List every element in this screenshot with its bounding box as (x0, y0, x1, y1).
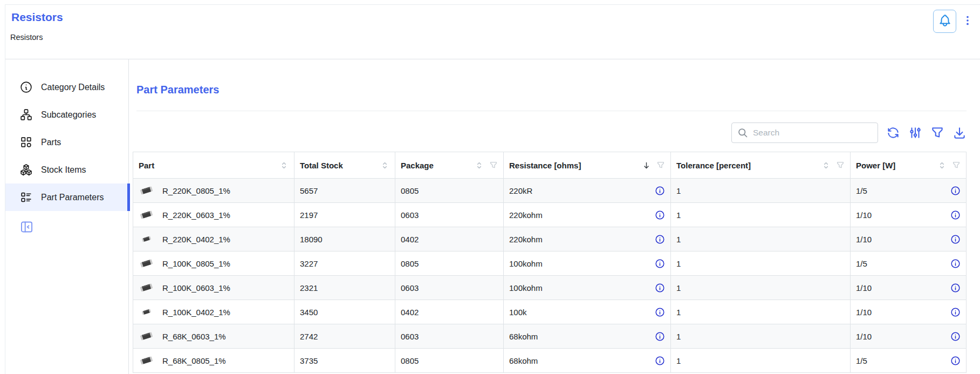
info-icon[interactable] (655, 307, 665, 317)
part-name[interactable]: R_220K_0402_1% (162, 235, 230, 244)
column-header-tolerance[interactable]: Tolerance [percent] (671, 152, 851, 179)
table-row[interactable]: R_220K_0805_1% 5657 0805 220kR 1 1/5 (133, 179, 967, 203)
column-filter-icon[interactable] (656, 161, 665, 169)
package-cell: 0603 (395, 324, 504, 349)
resistance-value: 68kohm (509, 332, 538, 341)
part-name[interactable]: R_68K_0805_1% (162, 356, 226, 365)
sort-selector-icon[interactable] (475, 161, 484, 170)
table-row[interactable]: R_68K_0805_1% 3735 0805 68kohm 1 1/5 (133, 349, 967, 373)
total-stock-cell: 5657 (294, 179, 395, 203)
table-row[interactable]: R_220K_0402_1% 18090 0402 220kohm 1 1/10 (133, 227, 967, 251)
package-cell: 0805 (395, 349, 504, 373)
search-box (731, 123, 878, 143)
table-row[interactable]: R_100K_0603_1% 2321 0603 100kohm 1 1/10 (133, 276, 967, 300)
collapse-sidebar-button[interactable] (19, 220, 34, 234)
info-icon[interactable] (655, 234, 665, 244)
info-icon[interactable] (655, 331, 665, 342)
info-icon[interactable] (950, 186, 961, 196)
sidebar-item-subcategories[interactable]: Subcategories (5, 101, 128, 128)
part-thumbnail-image (139, 258, 154, 269)
list-details-icon (19, 191, 33, 204)
breadcrumb[interactable]: Resistors (10, 33, 43, 42)
part-name[interactable]: R_100K_0603_1% (162, 283, 230, 293)
part-thumbnail-image (139, 355, 154, 366)
refresh-button[interactable] (886, 126, 900, 140)
download-icon (952, 133, 967, 141)
info-icon[interactable] (655, 356, 665, 366)
table-row[interactable]: R_220K_0603_1% 2197 0603 220kohm 1 1/10 (133, 203, 967, 227)
part-name[interactable]: R_100K_0402_1% (162, 308, 230, 317)
download-button[interactable] (952, 126, 967, 140)
table-row[interactable]: R_100K_0402_1% 3450 0402 100k 1 1/10 (133, 300, 967, 324)
column-filter-icon[interactable] (952, 161, 961, 169)
page-title: Resistors (11, 11, 63, 24)
package-cell: 0603 (395, 276, 504, 300)
part-name[interactable]: R_68K_0603_1% (162, 332, 226, 341)
part-name[interactable]: R_100K_0805_1% (162, 259, 230, 268)
column-header-package[interactable]: Package (395, 152, 504, 179)
sidebar-item-stock-items[interactable]: Stock Items (5, 156, 128, 183)
sort-selector-icon[interactable] (380, 161, 389, 170)
bell-icon (938, 13, 952, 30)
package-cell: 0402 (395, 227, 504, 251)
sidebar-item-label: Part Parameters (41, 193, 104, 202)
sidebar-item-category-details[interactable]: Category Details (5, 73, 128, 101)
sidebar-collapse-icon (19, 227, 34, 236)
power-value: 1/10 (856, 332, 872, 341)
category-grid-icon (19, 135, 33, 149)
sidebar-item-parts[interactable]: Parts (5, 128, 128, 156)
resistance-value: 220kR (509, 186, 532, 195)
tolerance-cell: 1 (671, 276, 851, 300)
info-icon[interactable] (655, 259, 665, 269)
total-stock-cell: 2321 (294, 276, 395, 300)
total-stock-cell: 2742 (294, 324, 395, 349)
info-icon[interactable] (950, 210, 961, 220)
sidebar-item-label: Category Details (41, 83, 105, 92)
column-filter-icon[interactable] (836, 161, 845, 169)
table-body: R_220K_0805_1% 5657 0805 220kR 1 1/5 (133, 179, 967, 373)
table-row[interactable]: R_100K_0805_1% 3227 0805 100kohm 1 1/5 (133, 251, 967, 276)
column-header-resistance[interactable]: Resistance [ohms] (504, 152, 671, 179)
table-row[interactable]: R_68K_0603_1% 2742 0603 68kohm 1 1/10 (133, 324, 967, 349)
tolerance-cell: 1 (671, 300, 851, 324)
info-icon[interactable] (950, 283, 961, 293)
info-icon[interactable] (950, 307, 961, 317)
total-stock-cell: 18090 (294, 227, 395, 251)
info-icon[interactable] (655, 186, 665, 196)
column-header-total-stock[interactable]: Total Stock (294, 152, 395, 179)
package-cell: 0805 (395, 251, 504, 276)
sort-selector-icon[interactable] (279, 161, 289, 170)
part-name[interactable]: R_220K_0603_1% (162, 210, 230, 220)
sort-selector-icon[interactable] (937, 161, 947, 170)
total-stock-cell: 3735 (294, 349, 395, 373)
overflow-menu-button[interactable] (962, 16, 974, 28)
search-input[interactable] (753, 128, 872, 138)
tolerance-cell: 1 (671, 179, 851, 203)
tolerance-cell: 1 (671, 203, 851, 227)
sort-selector-icon[interactable] (821, 161, 831, 170)
resistance-value: 100kohm (509, 259, 543, 268)
filter-button[interactable] (930, 126, 944, 140)
column-header-part[interactable]: Part (133, 152, 294, 179)
section-title: Part Parameters (136, 84, 980, 96)
info-icon[interactable] (950, 356, 961, 366)
info-icon[interactable] (950, 259, 961, 269)
part-name[interactable]: R_220K_0805_1% (162, 186, 230, 195)
sort-descending-icon[interactable] (642, 161, 651, 170)
table-settings-button[interactable] (908, 126, 922, 140)
column-header-power[interactable]: Power [W] (851, 152, 967, 179)
part-thumbnail-image (139, 307, 154, 317)
info-icon[interactable] (655, 210, 665, 220)
table-toolbar (129, 123, 967, 143)
resistance-value: 100k (509, 308, 527, 317)
tolerance-cell: 1 (671, 251, 851, 276)
sidebar-item-part-parameters[interactable]: Part Parameters (5, 183, 128, 211)
table-header-row: Part Total Stock (133, 152, 967, 179)
info-icon[interactable] (950, 331, 961, 342)
info-icon[interactable] (950, 234, 961, 244)
info-icon[interactable] (655, 283, 665, 293)
notifications-button[interactable] (933, 10, 956, 33)
column-filter-icon[interactable] (489, 161, 498, 169)
power-value: 1/5 (856, 356, 867, 365)
app-container: Resistors Resistors (5, 4, 980, 374)
